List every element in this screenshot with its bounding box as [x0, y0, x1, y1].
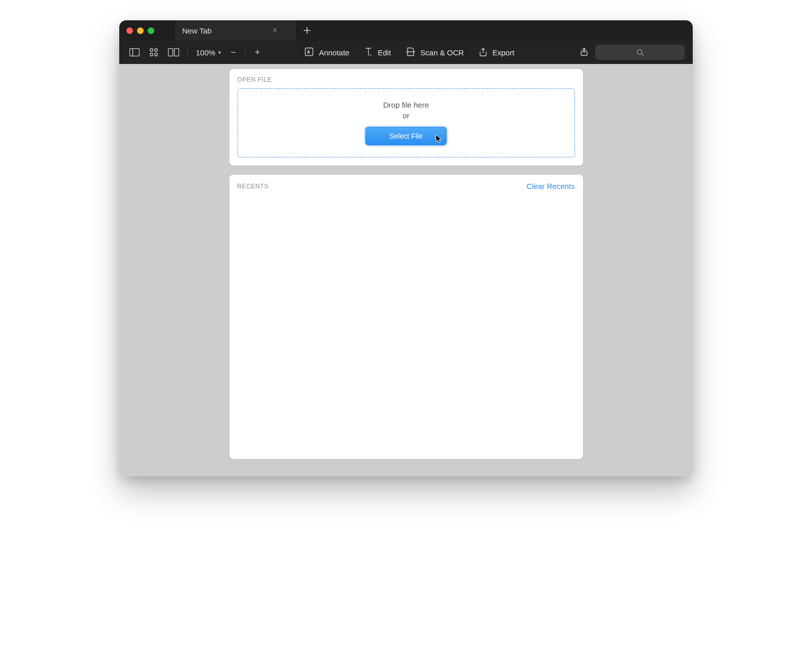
close-window-button[interactable]	[126, 27, 133, 34]
search-icon	[636, 49, 644, 56]
file-dropzone[interactable]: Drop file here or Select File	[238, 88, 575, 157]
svg-rect-5	[155, 53, 157, 56]
drop-or-text: or	[402, 111, 409, 120]
drop-hint-text: Drop file here	[383, 101, 429, 109]
window-controls	[119, 27, 175, 34]
svg-rect-3	[155, 49, 157, 51]
annotate-label: Annotate	[319, 48, 349, 57]
annotate-icon	[304, 47, 314, 58]
toolbar-separator	[245, 47, 246, 58]
edit-button[interactable]: Edit	[364, 47, 391, 58]
search-input[interactable]	[595, 45, 685, 60]
tab-title: New Tab	[182, 26, 212, 35]
zoom-dropdown[interactable]: 100%	[196, 48, 215, 57]
scan-ocr-button[interactable]: Scan & OCR	[406, 47, 464, 58]
scan-icon	[406, 47, 415, 58]
edit-label: Edit	[378, 48, 391, 57]
toolbar-actions: Annotate Edit Scan & OCR Export	[304, 47, 514, 58]
recents-section-label: RECENTS	[238, 183, 269, 190]
zoom-control: 100% ▾ − +	[191, 47, 269, 58]
export-icon	[479, 47, 487, 58]
content-area: OPEN FILE Drop file here or Select File …	[119, 64, 693, 476]
scan-label: Scan & OCR	[420, 48, 464, 57]
toolbar: 100% ▾ − + Annotate Edit	[119, 41, 693, 64]
thumbnail-view-button[interactable]	[145, 41, 163, 64]
sidebar-toggle-button[interactable]	[124, 41, 145, 64]
svg-rect-7	[175, 49, 179, 56]
annotate-button[interactable]: Annotate	[304, 47, 349, 58]
open-file-card: OPEN FILE Drop file here or Select File	[229, 69, 583, 166]
new-tab-button[interactable]	[297, 26, 317, 35]
split-view-button[interactable]	[163, 41, 184, 64]
zoom-in-button[interactable]: +	[251, 47, 264, 58]
svg-line-12	[641, 54, 644, 56]
svg-rect-2	[150, 49, 153, 51]
toolbar-separator	[187, 47, 188, 58]
zoom-out-button[interactable]: −	[226, 47, 240, 58]
share-icon	[580, 47, 588, 56]
app-window: New Tab × 100% ▾ − +	[119, 20, 693, 476]
svg-rect-6	[168, 49, 173, 56]
select-file-button[interactable]: Select File	[365, 127, 446, 145]
tab-close-button[interactable]: ×	[273, 26, 277, 35]
minimize-window-button[interactable]	[137, 27, 144, 34]
export-label: Export	[492, 48, 514, 57]
clear-recents-link[interactable]: Clear Recents	[526, 182, 574, 190]
open-file-section-label: OPEN FILE	[238, 76, 575, 83]
tab-active[interactable]: New Tab ×	[175, 20, 297, 41]
edit-icon	[364, 47, 373, 58]
fullscreen-window-button[interactable]	[148, 27, 154, 34]
svg-rect-4	[150, 53, 153, 56]
recents-card: RECENTS Clear Recents	[229, 175, 583, 459]
titlebar: New Tab ×	[119, 20, 693, 41]
share-button[interactable]	[573, 47, 595, 58]
export-button[interactable]: Export	[479, 47, 514, 58]
svg-rect-0	[130, 49, 140, 56]
chevron-down-icon: ▾	[218, 49, 221, 56]
